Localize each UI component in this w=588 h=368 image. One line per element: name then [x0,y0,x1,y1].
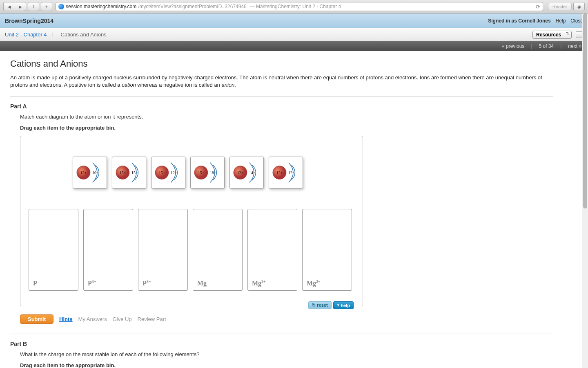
atom-tile-2[interactable]: 15+ 12− [151,157,185,188]
svg-text:12−: 12− [171,171,177,175]
svg-text:12+: 12+ [237,171,244,175]
bin-label: Mg [197,280,207,287]
drag-help-button[interactable]: ? help [333,301,354,309]
reader-button[interactable]: Reader [548,3,572,10]
part-a-label: Part A [10,103,553,110]
url-page-title: MasteringChemistry: Unit 2 - Chapter 4 [256,4,341,9]
intro-text: An atom is made up of a positively-charg… [10,74,553,89]
svg-text:10−: 10− [92,171,99,175]
page-counter: 5 of 34 [539,43,554,49]
tabs-button[interactable]: ◉ [573,2,585,11]
back-button[interactable]: ◀ [3,2,15,11]
bin-label: Mg2− [307,279,321,287]
drop-bin-5[interactable]: Mg2− [302,209,352,291]
reset-button[interactable]: ↻ reset [308,301,331,309]
resources-dropdown[interactable]: Resources [532,31,572,39]
atom-tile-5[interactable]: 12+ 12− [269,157,303,188]
hints-link[interactable]: Hints [59,316,73,322]
pagination-bar: « previous | 5 of 34 | next » [0,41,588,51]
divider [10,334,553,334]
course-name: BrownSpring2014 [5,18,53,24]
review-part-link[interactable]: Review Part [138,316,166,322]
atom-tile-1[interactable]: 15+ 15− [112,157,146,188]
url-host: session.masteringchemistry.com [66,4,136,9]
breadcrumb-current: Cations and Anions [61,31,107,38]
svg-text:12+: 12+ [80,171,87,175]
part-a-drag-instruction: Drag each item to the appropriate bin. [20,125,553,131]
help-link[interactable]: Help [556,18,566,24]
breadcrumb-parent[interactable]: Unit 2 - Chapter 4 [5,31,47,38]
bin-label: P3− [143,279,151,287]
svg-text:18−: 18− [210,171,216,175]
drop-bin-1[interactable]: P3+ [83,209,133,291]
atom-tile-4[interactable]: 12+ 14− [229,157,264,188]
bin-label: P [33,280,37,287]
url-path: /myct/itemView?assignmentProblemID=32674… [138,4,247,9]
course-header: BrownSpring2014 Signed in as Cornell Jon… [0,13,588,28]
globe-icon [58,4,64,9]
chevron-right-icon: 〉 [51,31,57,38]
part-b-instruction: What is the charge on the most stable io… [20,351,553,357]
drop-bin-3[interactable]: Mg [193,209,243,291]
part-b-drag-instruction: Drag each item to the appropriate bin. [20,362,553,368]
prev-link[interactable]: « previous [502,43,524,49]
atom-tile-3[interactable]: 15+ 18− [190,157,225,188]
drag-drop-area: 12+ 10− 15+ 15− 15+ 12− 15+ 18− 12+ 14− … [20,136,363,306]
part-a-controls: Submit Hints My Answers Give Up Review P… [20,314,553,324]
content-area: Cations and Anions An atom is made up of… [0,51,564,368]
add-button[interactable]: + [41,2,52,11]
close-link[interactable]: Close [570,18,583,24]
signed-in-label: Signed in as Cornell Jones [488,18,550,24]
svg-text:12−: 12− [288,171,295,175]
svg-text:15−: 15− [131,171,138,175]
drop-bin-0[interactable]: P [29,209,78,291]
drop-bins-row: PP3+P3−MgMg2+Mg2− [29,209,354,291]
svg-text:12+: 12+ [276,171,283,175]
divider [10,96,553,96]
bin-label: P3+ [88,279,96,287]
reload-icon[interactable]: ⟳ [536,4,540,10]
svg-text:15+: 15+ [120,171,126,175]
forward-button[interactable]: ▶ [15,2,26,11]
drop-bin-2[interactable]: P3− [138,209,188,291]
page-title: Cations and Anions [10,58,553,69]
svg-text:15+: 15+ [198,171,205,175]
draggable-tiles-row: 12+ 10− 15+ 15− 15+ 12− 15+ 18− 12+ 14− … [29,157,354,188]
bin-label: Mg2+ [252,279,266,287]
part-b-label: Part B [10,341,553,347]
scrollbar[interactable] [582,13,588,368]
browser-chrome: ◀ ▶ ⇪ + session.masteringchemistry.com/m… [0,0,588,13]
url-bar[interactable]: session.masteringchemistry.com/myct/item… [56,2,543,11]
atom-tile-0[interactable]: 12+ 10− [73,157,107,188]
share-button[interactable]: ⇪ [28,2,39,11]
svg-text:15+: 15+ [159,171,165,175]
breadcrumb-bar: Unit 2 - Chapter 4 〉 Cations and Anions … [0,28,588,41]
drop-bin-4[interactable]: Mg2+ [247,209,297,291]
next-link[interactable]: next » [568,43,581,49]
submit-button[interactable]: Submit [20,314,53,324]
my-answers-link[interactable]: My Answers [78,316,107,322]
svg-text:14−: 14− [249,171,256,175]
give-up-link[interactable]: Give Up [113,316,132,322]
part-a-instruction: Match each diagram to the atom or ion it… [20,114,553,120]
